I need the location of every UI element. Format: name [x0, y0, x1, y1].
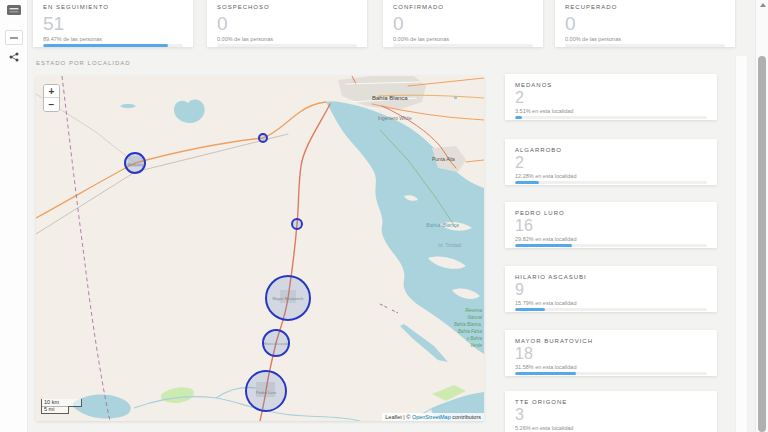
progress-track	[515, 308, 707, 311]
map-label-city: Bahía Blanca	[372, 95, 408, 101]
progress-fill	[515, 308, 545, 311]
stat-card-subtext: 0.00% de las personas	[565, 36, 725, 42]
progress-track	[217, 44, 357, 47]
map-label-island: Isl. Trinidad	[438, 243, 461, 248]
locality-subtext: 12.28% en esta localidad	[515, 173, 707, 179]
map-circle-medanos[interactable]	[125, 153, 145, 173]
locality-label: ALGARROBO	[515, 147, 707, 153]
svg-text:y Bahía: y Bahía	[466, 336, 483, 341]
progress-track	[393, 44, 533, 47]
stat-card-en-seguimiento: EN SEGUIMIENTO 51 89.47% de las personas	[33, 0, 193, 47]
locality-card-tte-origone: TTE ORIGONE 3 5.26% en esta localidad	[505, 391, 717, 432]
stat-card-label: CONFIRMADO	[393, 4, 533, 10]
leaflet-map[interactable]: Bahía Blanca Ingeniero White Punta Alta …	[36, 76, 484, 421]
stat-card-value: 0	[217, 14, 357, 33]
locality-card-mayor-buratovich: MAYOR BURATOVICH 18 31.58% en esta local…	[505, 330, 717, 376]
stat-card-recuperado: RECUPERADO 0 0.00% de las personas	[555, 0, 735, 47]
share-button[interactable]	[0, 52, 28, 62]
page-scrollbar-thumb[interactable]	[758, 56, 766, 432]
server-icon	[7, 5, 21, 15]
map-zoom-control: + −	[43, 84, 60, 112]
locality-card-algarrobo: ALGARROBO 2 12.28% en esta localidad	[505, 139, 717, 185]
zoom-out-button[interactable]: −	[44, 98, 59, 111]
progress-track	[565, 44, 725, 47]
map-scale-control: 10 km 5 mi	[41, 399, 82, 414]
progress-track	[515, 372, 707, 375]
svg-text:Verde: Verde	[470, 343, 482, 348]
left-icon-rail	[0, 0, 28, 432]
locality-subtext: 5.26% en esta localidad	[515, 425, 707, 431]
locality-value: 2	[515, 155, 707, 171]
locality-subtext: 29.82% en esta localidad	[515, 236, 707, 242]
stat-card-value: 0	[565, 14, 725, 33]
locality-value: 18	[515, 346, 707, 362]
share-icon	[9, 52, 19, 62]
stat-card-subtext: 89.47% de las personas	[43, 36, 183, 42]
stat-card-confirmado: CONFIRMADO 0 0.00% de las personas	[383, 0, 543, 47]
stat-card-subtext: 0.00% de las personas	[393, 36, 533, 42]
map-label-bay: Bahía Blanca	[426, 222, 459, 228]
stat-card-sospechoso: SOSPECHOSO 0 0.00% de las personas	[207, 0, 367, 47]
svg-text:Bahía Falsa: Bahía Falsa	[458, 329, 483, 334]
locality-label: MEDANOS	[515, 82, 707, 88]
progress-fill	[515, 181, 539, 184]
openstreetmap-link[interactable]: OpenStreetMap	[412, 414, 451, 420]
locality-subtext: 31.58% en esta localidad	[515, 364, 707, 370]
locality-list-scroll-track[interactable]	[735, 56, 748, 432]
minus-icon	[5, 30, 23, 45]
progress-track	[43, 44, 183, 47]
stat-card-label: RECUPERADO	[565, 4, 725, 10]
map-circle-origone[interactable]	[292, 219, 302, 229]
map-circle-buratovich[interactable]	[266, 276, 310, 320]
stat-card-value: 0	[393, 14, 533, 33]
locality-value: 9	[515, 282, 707, 298]
stat-card-value: 51	[43, 14, 183, 33]
locality-label: MAYOR BURATOVICH	[515, 338, 707, 344]
locality-value: 2	[515, 90, 707, 106]
svg-text:Natural: Natural	[467, 315, 483, 320]
locality-card-hilario-ascasubi: HILARIO ASCASUBI 9 15.79% en esta locali…	[505, 266, 717, 312]
locality-label: HILARIO ASCASUBI	[515, 274, 707, 280]
locality-value: 3	[515, 407, 707, 423]
map-label-port: Ingeniero White	[378, 116, 412, 121]
locality-subtext: 15.79% en esta localidad	[515, 300, 707, 306]
section-title: ESTADO POR LOCALIDAD	[36, 60, 131, 66]
locality-label: PEDRO LURO	[515, 210, 707, 216]
map-circle-ascasubi[interactable]	[263, 330, 289, 356]
locality-card-medanos: MEDANOS 2 3.51% en esta localidad	[505, 74, 717, 120]
zoom-in-button[interactable]: +	[44, 85, 59, 98]
map-circle-algarrobo[interactable]	[259, 134, 267, 142]
locality-label: TTE ORIGONE	[515, 399, 707, 405]
locality-value: 16	[515, 218, 707, 234]
map-label-punta-alta: Punta Alta	[432, 156, 455, 162]
page-scrollbar[interactable]	[755, 0, 768, 432]
progress-track	[515, 244, 707, 247]
progress-fill	[515, 372, 576, 375]
locality-card-pedro-luro: PEDRO LURO 16 29.82% en esta localidad	[505, 202, 717, 248]
scale-mi: 5 mi	[41, 406, 69, 414]
map-attribution: Leaflet | © OpenStreetMap contributors	[382, 413, 484, 421]
map-canvas: Bahía Blanca Ingeniero White Punta Alta …	[36, 76, 484, 421]
progress-fill	[515, 244, 572, 247]
progress-fill	[43, 44, 168, 47]
stat-card-label: SOSPECHOSO	[217, 4, 357, 10]
locality-subtext: 3.51% en esta localidad	[515, 108, 707, 114]
map-circle-pedro-luro[interactable]	[246, 371, 286, 411]
attribution-text: Leaflet | ©	[385, 414, 412, 420]
stat-card-label: EN SEGUIMIENTO	[43, 4, 183, 10]
attribution-text: contributors	[451, 414, 481, 420]
svg-text:Bahía Blanca,: Bahía Blanca,	[454, 322, 482, 327]
app-menu-icon[interactable]	[0, 5, 28, 15]
progress-track	[515, 116, 707, 119]
svg-text:Reserva: Reserva	[465, 308, 482, 313]
progress-fill	[515, 116, 522, 119]
stat-card-subtext: 0.00% de las personas	[217, 36, 357, 42]
collapse-panel-button[interactable]	[0, 30, 28, 45]
scroll-up-arrow-icon[interactable]	[760, 3, 766, 7]
progress-track	[515, 181, 707, 184]
